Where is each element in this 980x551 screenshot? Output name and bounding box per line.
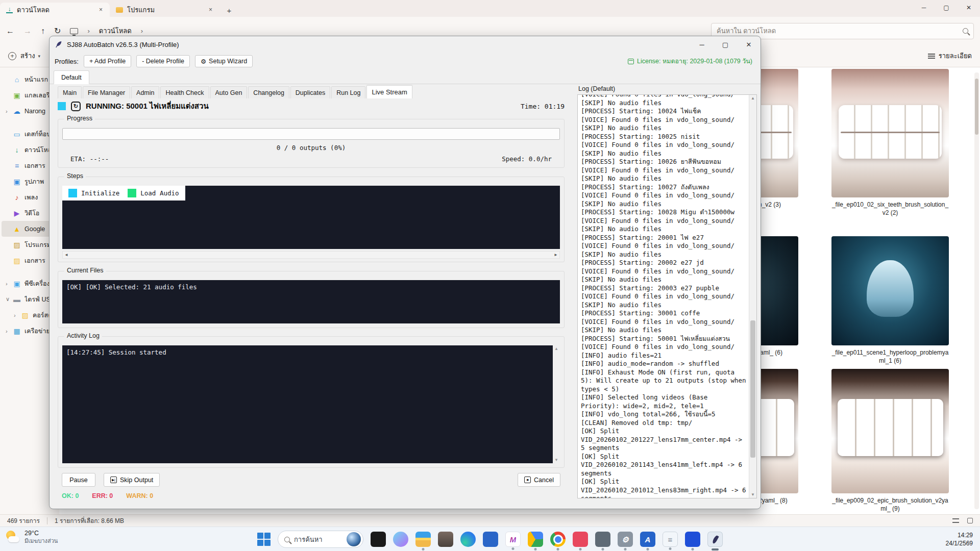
log-line: [SKIP] No audio files bbox=[581, 200, 748, 209]
expander-icon[interactable]: › bbox=[14, 312, 16, 318]
add-profile-button[interactable]: + Add Profile bbox=[84, 55, 131, 67]
sidebar-item-icon: ▨ bbox=[21, 312, 29, 319]
log-panel[interactable]: [VOICE] Found 0 files in vdo_long_sound/… bbox=[577, 94, 757, 498]
tab-changelog[interactable]: Changelog bbox=[248, 86, 289, 98]
taskbar-edge-icon[interactable] bbox=[460, 532, 476, 547]
breadcrumb[interactable]: ดาวน์โหลด bbox=[99, 26, 132, 36]
pause-button[interactable]: Pause bbox=[62, 473, 95, 487]
sidebar-item-label: โปรแกรม bbox=[24, 240, 51, 250]
minimize-icon[interactable]: ─ bbox=[690, 36, 714, 53]
horizontal-scrollbar[interactable]: ◄ ► bbox=[62, 251, 560, 259]
taskbar-icons: M ⚙ A ≡ bbox=[371, 532, 723, 547]
taskbar-drive-icon[interactable] bbox=[528, 532, 543, 547]
scrollbar-thumb[interactable] bbox=[750, 320, 755, 458]
taskbar-calculator-icon[interactable] bbox=[438, 532, 453, 547]
stop-icon: ■ bbox=[524, 477, 531, 483]
file-thumbnail[interactable]: _file_ep011_scene1_hyperloop_problemyaml… bbox=[831, 236, 949, 365]
cancel-button[interactable]: ■Cancel bbox=[518, 473, 560, 487]
taskbar-notes-icon[interactable]: ≡ bbox=[663, 532, 678, 547]
taskbar-app-pink-icon[interactable] bbox=[573, 532, 588, 547]
new-button[interactable]: สร้าง bbox=[20, 51, 35, 61]
file-name: _file_ep010_02_six_teeth_brush_solution_… bbox=[831, 201, 949, 217]
tab-main[interactable]: Main bbox=[58, 86, 82, 98]
file-thumbnail[interactable]: _file_ep009_02_epic_brush_solution_v2yam… bbox=[831, 369, 949, 513]
log-line: [OK] Split VID_20260102_201143_lens41mm_… bbox=[581, 453, 748, 478]
sidebar-item-label: เอกสาร bbox=[24, 161, 45, 171]
progress-bar bbox=[62, 128, 560, 140]
tab-health-check[interactable]: Health Check bbox=[160, 86, 209, 98]
tab-live-stream[interactable]: Live Stream bbox=[366, 85, 412, 98]
app-title: SJ88 AutoBatch v26.5.3 (Multi-Profile) bbox=[67, 41, 179, 48]
taskbar-app-blue-icon[interactable] bbox=[483, 532, 498, 547]
grid-view-icon[interactable] bbox=[967, 518, 973, 523]
log-line: [VOICE] Found 0 files in vdo_long_sound/ bbox=[581, 191, 748, 200]
taskbar-settings-icon[interactable]: ⚙ bbox=[618, 532, 633, 547]
taskbar-chrome-icon[interactable] bbox=[550, 532, 566, 547]
close-tab-icon[interactable]: × bbox=[97, 6, 105, 13]
thumbnail-image bbox=[831, 369, 949, 493]
taskbar-copilot-icon[interactable] bbox=[393, 532, 408, 547]
scroll-right-icon[interactable]: ► bbox=[554, 253, 558, 257]
skip-output-button[interactable]: ▶|Skip Output bbox=[104, 473, 160, 487]
delete-profile-button[interactable]: - Delete Profile bbox=[136, 55, 190, 67]
expander-icon[interactable]: › bbox=[6, 281, 8, 287]
taskbar-feather-icon[interactable] bbox=[707, 532, 723, 547]
taskbar-snipping-icon[interactable] bbox=[595, 532, 610, 547]
tab-admin[interactable]: Admin bbox=[131, 86, 159, 98]
sidebar-item-label: พีซีเครื่อง bbox=[24, 279, 50, 289]
taskbar-explorer-icon[interactable] bbox=[415, 532, 431, 547]
setup-wizard-button[interactable]: ⚙Setup Wizard bbox=[195, 55, 253, 67]
taskbar-pen-icon[interactable] bbox=[685, 532, 700, 547]
back-icon[interactable]: ← bbox=[6, 27, 14, 36]
log-line: [VOICE] Found 0 files in vdo_long_sound/ bbox=[581, 267, 748, 276]
refresh-icon[interactable]: ↻ bbox=[54, 26, 61, 36]
profile-tab-default[interactable]: Default bbox=[54, 70, 89, 84]
scroll-down-icon[interactable]: ▼ bbox=[554, 458, 558, 462]
taskbar-app-aa-icon[interactable]: A bbox=[640, 532, 655, 547]
log-line: [INFO] vdo_long total=266, ใช้รอบนี้=5 bbox=[581, 410, 748, 419]
tab-run-log[interactable]: Run Log bbox=[331, 86, 365, 98]
up-icon[interactable]: ↑ bbox=[41, 27, 45, 36]
taskbar-photos-icon[interactable] bbox=[371, 532, 386, 547]
explorer-tab-program[interactable]: โปรแกรม × bbox=[110, 3, 219, 17]
taskbar-search[interactable]: การค้นหา bbox=[278, 531, 363, 548]
maximize-icon[interactable]: ▢ bbox=[714, 36, 737, 53]
file-thumbnail[interactable]: _file_ep010_02_six_teeth_brush_solution_… bbox=[831, 69, 949, 217]
scroll-up-icon[interactable]: ▲ bbox=[554, 346, 558, 351]
close-tab-icon[interactable]: × bbox=[207, 6, 214, 13]
autobatch-window: SJ88 AutoBatch v26.5.3 (Multi-Profile) ─… bbox=[49, 36, 761, 509]
minimize-icon[interactable]: ─ bbox=[913, 0, 935, 15]
new-tab-button[interactable]: + bbox=[223, 4, 236, 17]
forward-icon[interactable]: → bbox=[23, 27, 32, 36]
log-scrollbar[interactable]: ▲ ▼ bbox=[749, 95, 756, 498]
log-panel-title: Log (Default) bbox=[578, 85, 615, 92]
scrollbar[interactable] bbox=[974, 72, 979, 509]
list-view-icon[interactable] bbox=[952, 518, 959, 523]
details-button[interactable]: รายละเอียด bbox=[928, 51, 972, 61]
log-line: [VOICE] Found 0 files in vdo_long_sound/ bbox=[581, 318, 748, 327]
tray-date: 24/1/2569 bbox=[946, 539, 973, 547]
system-tray-clock[interactable]: 14:29 24/1/2569 bbox=[946, 531, 973, 547]
vertical-scrollbar[interactable]: ▲ ▼ bbox=[553, 345, 560, 463]
taskbar-clipchamp-icon[interactable]: M bbox=[505, 532, 521, 547]
skip-icon: ▶| bbox=[110, 477, 117, 483]
activity-log-line: [14:27:45] Session started bbox=[66, 348, 166, 356]
expander-icon[interactable]: › bbox=[6, 108, 8, 114]
scroll-up-icon[interactable]: ▲ bbox=[749, 96, 756, 101]
tab-auto-gen[interactable]: Auto Gen bbox=[210, 86, 248, 98]
log-line: [VOICE] Found 0 files in vdo_long_sound/ bbox=[581, 116, 748, 124]
app-title-bar[interactable]: SJ88 AutoBatch v26.5.3 (Multi-Profile) ─… bbox=[50, 36, 761, 53]
close-icon[interactable]: ✕ bbox=[958, 0, 980, 15]
expander-icon[interactable]: ∨ bbox=[6, 296, 10, 303]
explorer-tab-downloads[interactable]: ↓ ดาวน์โหลด × bbox=[0, 3, 110, 17]
tab-duplicates[interactable]: Duplicates bbox=[290, 86, 330, 98]
expander-icon[interactable]: › bbox=[6, 328, 8, 334]
maximize-icon[interactable]: ▢ bbox=[935, 0, 958, 15]
profiles-toolbar: Profiles: + Add Profile - Delete Profile… bbox=[50, 53, 761, 70]
start-button[interactable] bbox=[257, 533, 271, 546]
tab-file-manager[interactable]: File Manager bbox=[83, 86, 130, 98]
scroll-left-icon[interactable]: ◄ bbox=[64, 253, 68, 257]
close-icon[interactable]: ✕ bbox=[737, 36, 761, 53]
scroll-down-icon[interactable]: ▼ bbox=[749, 492, 756, 497]
activity-log-groupbox: Activity Log [14:27:45] Session started … bbox=[58, 336, 565, 468]
